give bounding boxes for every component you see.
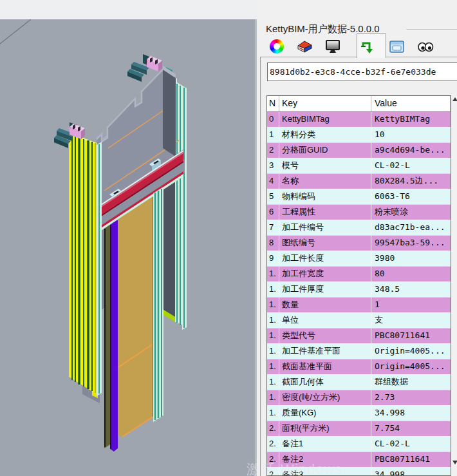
row-key[interactable]: 加工件基准平面: [279, 344, 371, 359]
row-value[interactable]: a9c4d694-be...: [371, 143, 451, 158]
row-value[interactable]: 10: [371, 128, 451, 142]
row-index[interactable]: 6: [267, 205, 279, 220]
table-row[interactable]: 2分格面GUIDa9c4d694-be...: [267, 142, 451, 158]
row-key[interactable]: 加工件厚度: [279, 282, 371, 297]
row-value[interactable]: 3980: [371, 251, 451, 266]
table-row[interactable]: 1.类型代号PBC80711641: [267, 328, 451, 343]
table-row[interactable]: 8图纸编号99547ba3-59...: [267, 235, 451, 251]
row-index[interactable]: 1.: [267, 406, 279, 421]
table-row[interactable]: 2.备注334.998: [267, 467, 451, 476]
row-index[interactable]: 1.: [267, 390, 279, 405]
row-index[interactable]: 5: [267, 189, 279, 204]
row-key[interactable]: 备注1: [279, 437, 371, 452]
table-row[interactable]: 6工程属性粉末喷涂: [267, 204, 451, 220]
row-key[interactable]: 名称: [279, 174, 371, 189]
row-index[interactable]: 1.: [267, 359, 279, 374]
row-key[interactable]: 加工件编号: [279, 220, 371, 235]
header-index[interactable]: N: [267, 96, 279, 111]
row-index[interactable]: 1.: [267, 267, 279, 281]
row-key[interactable]: 单位: [279, 313, 371, 328]
row-value[interactable]: 99547ba3-59...: [371, 236, 451, 251]
row-index[interactable]: 8: [267, 236, 279, 251]
table-scrollbar[interactable]: [452, 95, 457, 476]
row-key[interactable]: 截面基准平面: [279, 359, 371, 374]
monitor-icon[interactable]: [324, 38, 342, 56]
row-index[interactable]: 2.: [267, 437, 279, 452]
table-row[interactable]: 2.备注2PBC80711641: [267, 452, 451, 467]
table-row[interactable]: 1.密度(吨/立方米)2.73: [267, 390, 451, 405]
row-value[interactable]: 80X284.5边...: [371, 174, 451, 189]
row-value[interactable]: 群组数据: [371, 375, 451, 390]
row-value[interactable]: 6063-T6: [371, 189, 451, 204]
table-row[interactable]: 1.截面几何体群组数据: [267, 374, 451, 390]
row-key[interactable]: 质量(KG): [279, 406, 371, 421]
row-value[interactable]: PBC80711641: [371, 452, 451, 467]
row-key[interactable]: 类型代号: [279, 328, 371, 343]
color-wheel-icon[interactable]: [268, 38, 286, 56]
row-key[interactable]: 图纸编号: [279, 236, 371, 251]
row-index[interactable]: 1: [267, 128, 279, 142]
row-index[interactable]: 1.: [267, 328, 279, 343]
row-key[interactable]: 材料分类: [279, 128, 371, 142]
row-key[interactable]: 加工件长度: [279, 251, 371, 266]
row-index[interactable]: 2: [267, 143, 279, 158]
model-tan-panel[interactable]: [118, 196, 153, 437]
3d-viewport[interactable]: [0, 19, 255, 476]
row-index[interactable]: 4: [267, 174, 279, 189]
row-key[interactable]: 密度(吨/立方米): [279, 390, 371, 405]
model-purple-strip[interactable]: [110, 220, 118, 452]
table-row[interactable]: 2.面积(平方米)7.754: [267, 421, 451, 436]
row-key[interactable]: 数量: [279, 298, 371, 312]
row-index[interactable]: 9: [267, 251, 279, 266]
model-yellow-mullion[interactable]: [69, 133, 97, 394]
row-key[interactable]: 截面几何体: [279, 375, 371, 390]
scroll-up-icon[interactable]: [452, 97, 457, 101]
table-row[interactable]: 9加工件长度3980: [267, 251, 451, 266]
row-key[interactable]: 备注3: [279, 468, 371, 476]
row-value[interactable]: 34.998: [371, 406, 451, 421]
guid-input[interactable]: [267, 62, 457, 81]
table-row[interactable]: 7加工件编号d83ac71b-ea...: [267, 220, 451, 235]
row-value[interactable]: d83ac71b-ea...: [371, 220, 451, 235]
row-index[interactable]: 3: [267, 158, 279, 173]
row-value[interactable]: 1: [371, 298, 451, 312]
table-row[interactable]: 4名称80X284.5边...: [267, 173, 451, 189]
row-value[interactable]: CL-02-L: [371, 437, 451, 452]
row-index[interactable]: 1.: [267, 313, 279, 328]
row-value[interactable]: PBC80711641: [371, 328, 451, 343]
table-row[interactable]: 1.加工件宽度80: [267, 266, 451, 281]
table-row[interactable]: 0KettyBIMTagKettyBIMTag: [267, 112, 451, 127]
table-row[interactable]: 1.数量1: [267, 297, 451, 312]
row-key[interactable]: 分格面GUID: [279, 143, 371, 158]
row-index[interactable]: 1.: [267, 282, 279, 297]
row-key[interactable]: 物料编码: [279, 189, 371, 204]
table-row[interactable]: 1.单位支: [267, 312, 451, 328]
row-value[interactable]: CL-02-L: [371, 158, 451, 173]
eyes-icon[interactable]: [416, 38, 434, 56]
scroll-down-icon[interactable]: [452, 461, 457, 464]
row-key[interactable]: 模号: [279, 158, 371, 173]
row-index[interactable]: 2.: [267, 468, 279, 476]
table-row[interactable]: 1.加工件厚度348.5: [267, 281, 451, 297]
row-value[interactable]: 80: [371, 267, 451, 281]
header-key[interactable]: Key: [279, 96, 371, 111]
table-row[interactable]: 1.截面基准平面Origin=4005...: [267, 359, 451, 374]
row-index[interactable]: 1.: [267, 298, 279, 312]
table-row[interactable]: 1.加工件基准平面Origin=4005...: [267, 343, 451, 359]
import-arrow-icon[interactable]: [360, 38, 378, 56]
window-icon[interactable]: [388, 38, 406, 56]
row-key[interactable]: KettyBIMTag: [279, 112, 371, 127]
row-value[interactable]: 支: [371, 313, 451, 328]
row-index[interactable]: 1.: [267, 375, 279, 390]
row-key[interactable]: 工程属性: [279, 205, 371, 220]
model-teal-strip[interactable]: [153, 187, 163, 422]
row-value[interactable]: 2.73: [371, 390, 451, 405]
row-index[interactable]: 1.: [267, 344, 279, 359]
row-value[interactable]: 348.5: [371, 282, 451, 297]
pie-icon[interactable]: [295, 38, 313, 56]
row-value[interactable]: 粉末喷涂: [371, 205, 451, 220]
table-row[interactable]: 2.备注1CL-02-L: [267, 436, 451, 452]
row-key[interactable]: 面积(平方米): [279, 421, 371, 436]
model-olive-strip[interactable]: [104, 225, 110, 448]
table-row[interactable]: 3模号CL-02-L: [267, 158, 451, 173]
